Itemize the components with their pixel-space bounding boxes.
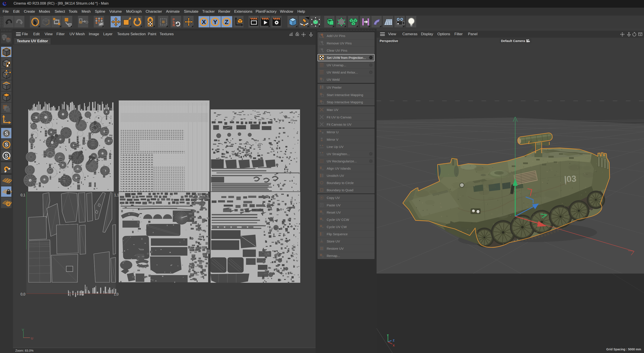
svg-text:S: S	[4, 153, 8, 159]
svg-text:Z: Z	[393, 339, 394, 342]
svg-text:U: U	[31, 336, 33, 340]
svg-text:Z: Z	[224, 19, 228, 25]
svg-text:0,0: 0,0	[20, 292, 25, 296]
svg-text:V: V	[22, 328, 24, 331]
svg-text:R: R	[172, 23, 175, 27]
svg-text:1,1: 1,1	[114, 193, 119, 197]
svg-text:Y: Y	[213, 19, 217, 25]
svg-text:X: X	[202, 19, 206, 25]
svg-text:Y: Y	[387, 334, 389, 337]
svg-text:X: X	[393, 344, 395, 347]
svg-text:S: S	[4, 130, 8, 136]
svg-text:1,0: 1,0	[114, 292, 118, 296]
svg-text:0,1: 0,1	[20, 193, 25, 197]
svg-text:S: S	[4, 142, 8, 148]
